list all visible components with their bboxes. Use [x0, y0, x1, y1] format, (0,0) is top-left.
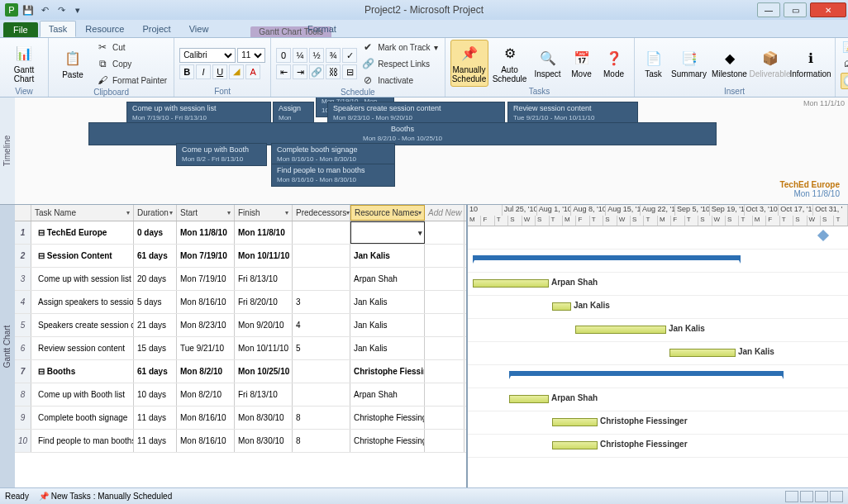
- timeline-bar[interactable]: Find people to man boothsMon 8/16/10 - M…: [271, 164, 395, 187]
- mark-on-track-button[interactable]: ✔Mark on Track▾: [360, 40, 439, 55]
- pin-icon: 📌: [460, 44, 479, 64]
- deliverable-button[interactable]: 📦Deliverable: [751, 40, 789, 87]
- fill-color-button[interactable]: ◢: [229, 64, 244, 79]
- col-finish[interactable]: Finish▾: [235, 205, 293, 221]
- indent-button[interactable]: ⇥: [293, 64, 307, 79]
- view4-icon[interactable]: [830, 491, 843, 502]
- summary-button[interactable]: 📑Summary: [670, 40, 708, 87]
- view2-icon[interactable]: [800, 491, 813, 502]
- gantt-bar[interactable]: Jan Kalis: [575, 326, 666, 334]
- gantt-chart-button[interactable]: 📊Gantt Chart: [5, 40, 43, 87]
- timeline-bar[interactable]: Speakers create session contentMon 8/23/…: [327, 102, 505, 125]
- pct75-button[interactable]: ¾: [326, 48, 341, 63]
- table-row[interactable]: 7⊟ Booths61 daysMon 8/2/10Mon 10/25/10Ch…: [15, 360, 466, 383]
- col-resource-names[interactable]: Resource Names▾: [350, 205, 425, 221]
- status-ready: Ready: [5, 492, 29, 501]
- manually-schedule-button[interactable]: 📌Manually Schedule: [450, 40, 488, 87]
- view-shortcuts[interactable]: [785, 491, 843, 502]
- tab-project[interactable]: Project: [133, 21, 179, 37]
- unlink-button[interactable]: ⛓: [326, 64, 341, 79]
- table-row[interactable]: 6Review session content15 daysTue 9/21/1…: [15, 337, 466, 360]
- qat-dropdown-icon[interactable]: ▾: [71, 3, 84, 17]
- auto-schedule-button[interactable]: ⚙Auto Schedule: [491, 40, 529, 87]
- font-color-button[interactable]: A: [245, 64, 260, 79]
- italic-button[interactable]: I: [196, 64, 211, 79]
- pct25-button[interactable]: ¼: [293, 48, 307, 63]
- underline-button[interactable]: U: [212, 64, 227, 79]
- table-row[interactable]: 10Find people to man booths11 daysMon 8/…: [15, 430, 466, 453]
- group-schedule-label: Schedule: [276, 88, 439, 97]
- milestone-marker[interactable]: [817, 230, 829, 241]
- col-duration[interactable]: Duration▾: [134, 205, 177, 221]
- outdent-button[interactable]: ⇤: [276, 64, 291, 79]
- qat-undo-icon[interactable]: ↶: [38, 3, 51, 17]
- qat-save-icon[interactable]: 💾: [21, 3, 35, 17]
- gantt-bar[interactable]: Arpan Shah: [473, 279, 549, 288]
- maximize-button[interactable]: ▭: [784, 2, 807, 17]
- gantt-bar[interactable]: Christophe Fiessinger: [552, 441, 598, 449]
- pct0-button[interactable]: 0: [276, 48, 291, 63]
- gantt-bar[interactable]: Arpan Shah: [509, 395, 549, 403]
- timeline-bar[interactable]: Review session contentTue 9/21/10 - Mon …: [507, 102, 638, 125]
- gantt-bar[interactable]: Jan Kalis: [552, 302, 571, 311]
- table-row[interactable]: 4Assign speakers to sessions5 daysMon 8/…: [15, 291, 466, 314]
- gantt-bar[interactable]: [509, 371, 784, 376]
- view1-icon[interactable]: [785, 491, 798, 502]
- chart-row: Christophe Fiessinger: [468, 435, 848, 458]
- copy-button[interactable]: ⧉Copy: [94, 56, 169, 71]
- timeline-bar[interactable]: Come up with session listMon 7/19/10 - F…: [126, 102, 271, 125]
- task-button[interactable]: 📄Task: [640, 40, 668, 87]
- table-row[interactable]: 1⊟ TechEd Europe0 daysMon 11/8/10Mon 11/…: [15, 221, 466, 245]
- col-taskname[interactable]: Task Name▾: [31, 205, 134, 221]
- respect-links-button[interactable]: 🔗Respect Links: [360, 56, 439, 71]
- grid-body[interactable]: 1⊟ TechEd Europe0 daysMon 11/8/10Mon 11/…: [15, 221, 466, 487]
- col-start[interactable]: Start▾: [177, 205, 235, 221]
- table-row[interactable]: 9Complete booth signage11 daysMon 8/16/1…: [15, 407, 466, 430]
- pct100-button[interactable]: ✓: [342, 48, 357, 63]
- col-id[interactable]: [15, 205, 31, 221]
- paste-button[interactable]: 📋Paste: [54, 40, 92, 88]
- tab-format[interactable]: Format: [298, 21, 345, 37]
- close-button[interactable]: ✕: [810, 2, 846, 17]
- copy-icon: ⧉: [96, 57, 109, 70]
- chart-row: Jan Kalis: [468, 319, 848, 342]
- table-row[interactable]: 5Speakers create session content21 daysM…: [15, 314, 466, 337]
- information-button[interactable]: ℹInformation: [792, 40, 830, 87]
- inspect-button[interactable]: 🔍Inspect: [531, 40, 565, 87]
- font-name-select[interactable]: Calibri: [179, 48, 236, 63]
- milestone-button[interactable]: ◆Milestone: [711, 40, 749, 87]
- inactivate-button[interactable]: ⊘Inactivate: [360, 73, 439, 88]
- format-painter-button[interactable]: 🖌Format Painter: [94, 73, 169, 88]
- cut-button[interactable]: ✂Cut: [94, 40, 169, 55]
- minimize-button[interactable]: —: [757, 2, 780, 17]
- mode-button[interactable]: ❓Mode: [599, 40, 629, 87]
- font-size-select[interactable]: 11: [237, 48, 265, 63]
- view3-icon[interactable]: [815, 491, 828, 502]
- link-button[interactable]: 🔗: [309, 64, 324, 79]
- pct50-button[interactable]: ½: [309, 48, 324, 63]
- table-row[interactable]: 8Come up with Booth list10 daysMon 8/2/1…: [15, 383, 466, 407]
- gantt-bar[interactable]: Jan Kalis: [669, 349, 736, 357]
- add-to-timeline-button[interactable]: 🕒Add to Timeline: [841, 73, 849, 89]
- timeline-bar[interactable]: Come up with BoothMon 8/2 - Fri 8/13/10: [176, 143, 267, 166]
- col-predecessors[interactable]: Predecessors▾: [293, 205, 350, 221]
- details-button[interactable]: 🗂Details: [841, 56, 849, 71]
- file-tab[interactable]: File: [3, 22, 38, 37]
- move-button[interactable]: 📅Move: [567, 40, 597, 87]
- qat-redo-icon[interactable]: ↷: [55, 3, 68, 17]
- timeline-bar[interactable]: BoothsMon 8/2/10 - Mon 10/25/10: [88, 122, 717, 145]
- chart-body[interactable]: Arpan ShahJan KalisJan KalisJan KalisArp…: [468, 226, 848, 487]
- tab-resource[interactable]: Resource: [76, 21, 133, 37]
- timeline-bar[interactable]: Complete booth signageMon 8/16/10 - Mon …: [271, 143, 395, 166]
- bold-button[interactable]: B: [179, 64, 194, 79]
- tab-view[interactable]: View: [180, 21, 218, 37]
- split-button[interactable]: ⊟: [342, 64, 357, 79]
- col-add-new[interactable]: Add New: [425, 205, 464, 221]
- tab-task[interactable]: Task: [40, 21, 77, 37]
- table-row[interactable]: 3Come up with session list20 daysMon 7/1…: [15, 268, 466, 291]
- gantt-bar[interactable]: [473, 255, 741, 260]
- timeline-bar[interactable]: AssignMon: [273, 102, 314, 125]
- notes-button[interactable]: 📝Notes: [841, 40, 849, 55]
- table-row[interactable]: 2⊟ Session Content61 daysMon 7/19/10Mon …: [15, 245, 466, 268]
- gantt-bar[interactable]: Christophe Fiessinger: [552, 418, 598, 426]
